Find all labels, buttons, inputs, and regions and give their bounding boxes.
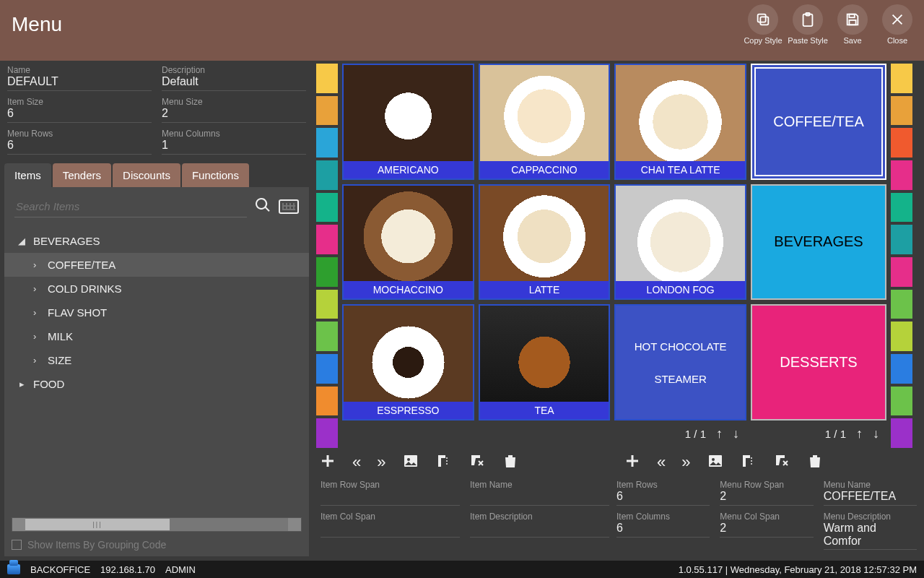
color-swatch-right-4[interactable] [891,193,912,223]
tree-item-flav-shot[interactable]: › FLAV SHOT [4,301,309,324]
search-input[interactable] [14,196,247,217]
tab-tenders[interactable]: Tenders [53,163,111,187]
menu-tile-desserts[interactable]: DESSERTS [751,304,886,420]
field-menu name[interactable]: Menu Name COFFEE/TEA [824,478,917,510]
grouping-code-checkbox[interactable]: Show Items By Grouping Code [12,539,302,551]
item-tile-london-fog[interactable]: LONDON FOG [614,184,746,301]
image-button[interactable] [402,452,419,473]
search-icon[interactable] [254,197,271,217]
color-swatch-left-4[interactable] [316,193,338,223]
format-button[interactable] [740,452,757,473]
color-swatch-left-6[interactable] [316,257,338,287]
format-button[interactable] [435,452,453,473]
item-tile-tea[interactable]: TEA [479,304,611,420]
field-item name[interactable]: Item Name [470,478,609,510]
save-button[interactable]: Save [832,4,873,45]
prev-button[interactable]: « [657,453,666,472]
tree-item-cold-drinks[interactable]: › COLD DRINKS [4,277,309,301]
color-swatch-right-0[interactable] [891,64,912,93]
color-swatch-right-9[interactable] [891,354,912,384]
delete-button[interactable] [502,452,519,473]
color-swatch-right-5[interactable] [891,225,912,254]
item-page-up[interactable]: ↑ [716,426,723,441]
color-swatch-left-7[interactable] [316,290,338,319]
svg-point-7 [407,458,410,461]
next-icon: » [377,457,385,470]
add-button[interactable] [319,452,336,473]
menu-page-down[interactable]: ↓ [873,426,879,441]
color-swatch-left-1[interactable] [316,96,338,126]
tab-items-body: ◢ BEVERAGES › COFFEE/TEA › COLD DRINKS ›… [4,187,309,556]
expand-icon: ◢ [17,236,26,246]
tab-items[interactable]: Items [4,163,51,187]
right-panel: AMERICANO CAPPACCINO CHAI TEA LATTE MOCH… [313,61,924,561]
menu-page-up[interactable]: ↑ [856,426,863,441]
item-tile-esspresso[interactable]: ESSPRESSO [342,304,474,420]
tree-item-beverages[interactable]: ◢ BEVERAGES [4,229,309,253]
field-menu size[interactable]: Menu Size 2 [162,95,306,127]
color-swatch-right-6[interactable] [891,257,912,287]
next-button[interactable]: » [681,453,690,472]
prev-button[interactable]: « [352,453,361,472]
field-description[interactable]: Description Default [162,64,306,95]
item-tile-chai-tea-latte[interactable]: CHAI TEA LATTE [614,64,746,180]
clear-format-button[interactable] [468,452,486,473]
color-swatch-right-2[interactable] [891,128,912,158]
color-swatch-right-10[interactable] [891,387,912,416]
field-menu rows[interactable]: Menu Rows 6 [7,127,152,159]
svg-rect-4 [849,14,854,18]
menu-tile-coffee-tea[interactable]: COFFEE/TEA [751,64,886,180]
color-swatch-left-5[interactable] [316,225,338,254]
field-item row span[interactable]: Item Row Span [321,478,460,510]
color-swatch-right-3[interactable] [891,160,912,190]
color-swatch-right-11[interactable] [891,418,912,448]
image-button[interactable] [707,452,724,473]
item-tile-americano[interactable]: AMERICANO [342,64,474,180]
clear-format-button[interactable] [773,452,790,473]
next-button[interactable]: » [377,453,385,472]
color-swatch-right-7[interactable] [891,290,912,319]
field-menu col span[interactable]: Menu Col Span 2 [720,510,813,554]
item-tile-mochaccino[interactable]: MOCHACCINO [342,184,474,301]
tree-item-milk[interactable]: › MILK [4,324,309,348]
add-button[interactable] [624,452,641,473]
field-item rows[interactable]: Item Rows 6 [616,478,710,510]
field-menu row span[interactable]: Menu Row Span 2 [720,478,813,510]
color-swatch-left-3[interactable] [316,160,338,190]
tab-discounts[interactable]: Discounts [113,163,180,187]
color-swatch-left-8[interactable] [316,322,338,351]
item-tile-latte[interactable]: LATTE [479,184,611,301]
tab-functions[interactable]: Functions [182,163,249,187]
field-item description[interactable]: Item Description [470,510,609,542]
close-button[interactable]: Close [876,4,918,45]
menu-tile-beverages[interactable]: BEVERAGES [751,184,886,301]
keyboard-icon[interactable] [279,199,299,214]
field-item columns[interactable]: Item Columns 6 [616,510,710,554]
item-tile-hot-chocolate[interactable]: HOT CHOCOLATE STEAMER [614,304,746,420]
field-name[interactable]: Name DEFAULT [7,64,152,95]
copy-style-button[interactable]: Copy Style [742,4,784,45]
delete-button[interactable] [806,452,824,473]
color-swatch-right-8[interactable] [891,322,912,351]
color-swatch-left-2[interactable] [316,128,338,158]
field-item col span[interactable]: Item Col Span [321,510,460,542]
item-page-down[interactable]: ↓ [733,426,739,441]
left-fields: Name DEFAULT Description Default Item Si… [0,61,313,159]
item-tile-cappaccino[interactable]: CAPPACCINO [479,64,611,180]
field-item size[interactable]: Item Size 6 [7,95,152,127]
field-menu columns[interactable]: Menu Columns 1 [162,127,306,159]
svg-rect-0 [760,17,768,25]
delete-icon [806,460,824,472]
tree-item-food[interactable]: ▸ FOOD [4,372,309,396]
color-swatch-left-11[interactable] [316,418,338,448]
field-menu description[interactable]: Menu Description Warm and Comfor [824,510,917,554]
tree-item-coffee-tea[interactable]: › COFFEE/TEA [4,253,309,277]
color-swatch-left-10[interactable] [316,387,338,416]
color-swatch-left-0[interactable] [316,64,338,93]
paste-style-button[interactable]: Paste Style [787,4,829,45]
grid-toolbars: «» «» [313,448,924,477]
color-swatch-right-1[interactable] [891,96,912,126]
color-swatch-left-9[interactable] [316,354,338,384]
horizontal-scrollbar[interactable] [12,517,302,532]
tree-item-size[interactable]: › SIZE [4,348,309,372]
